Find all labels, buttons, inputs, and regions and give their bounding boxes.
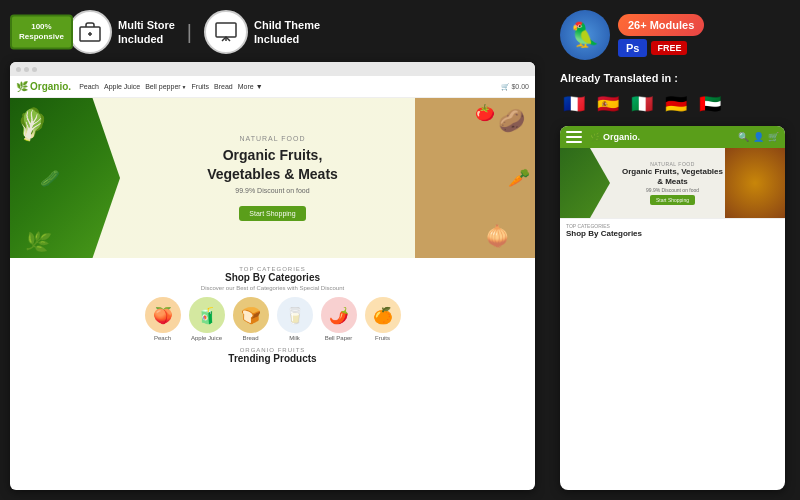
right-top-section: 🦜 26+ Modules Ps FREE [560,10,785,60]
browser-dot-3 [32,67,37,72]
nav-link-fruits: Fruits [192,83,210,90]
modules-section: 26+ Modules Ps FREE [618,14,704,57]
category-pepper-img: 🌶️ [321,297,357,333]
category-peach-img: 🍑 [145,297,181,333]
left-panel: 100% Responsive Multi Store Included [0,0,545,500]
responsive-badge: 100% Responsive [10,15,73,50]
badge-divider: | [187,21,192,44]
multi-store-label: Multi Store Included [118,18,175,47]
translated-section: Already Translated in : 🇫🇷 🇪🇸 🇮🇹 🇩🇪 🇦🇪 [560,72,785,118]
child-theme-icon [204,10,248,54]
desktop-preview: 🌿 Organio. Peach Apple Juice Bell pepper… [10,62,535,490]
hero-veg-left: 🥬 🌿 🥒 [10,98,120,258]
mobile-search-icon: 🔍 [738,132,749,142]
nav-link-more: More ▼ [238,83,263,90]
categories-sub: Discover our Best of Categories with Spe… [18,285,527,291]
flags-row: 🇫🇷 🇪🇸 🇮🇹 🇩🇪 🇦🇪 [560,90,785,118]
logo-leaf-icon: 🌿 [16,81,28,92]
nav-link-apple: Apple Juice [104,83,140,90]
badges-row: 100% Responsive Multi Store Included [10,10,535,54]
hero-veg-right: 🥔 🧅 🥕 🍅 [415,98,535,258]
trending-title: Trending Products [18,353,527,364]
flag-spain: 🇪🇸 [594,90,622,118]
free-badge: FREE [651,41,687,55]
nav-link-peach: Peach [79,83,99,90]
category-fruits-label: Fruits [375,335,390,341]
translated-title: Already Translated in : [560,72,785,84]
preview-hero: 🥬 🌿 🥒 🥔 🧅 🥕 🍅 NATURAL FOOD Organic Fruit… [10,98,535,258]
flag-germany: 🇩🇪 [662,90,690,118]
list-item: 🧃 Apple Juice [189,297,225,341]
list-item: 🍑 Peach [145,297,181,341]
flag-italy: 🇮🇹 [628,90,656,118]
category-bread-label: Bread [242,335,258,341]
mobile-cart-icon: 🛒 [768,132,779,142]
cart-icon: 🛒 $0.00 [501,83,529,91]
svg-rect-3 [216,23,236,37]
mobile-categories-section: TOP CATEGORIES Shop By Categories [560,218,785,242]
right-panel: 🦜 26+ Modules Ps FREE Already Translated… [545,0,800,500]
category-fruits-img: 🍊 [365,297,401,333]
hero-title: Organic Fruits,Vegetables & Meats [207,146,338,182]
main-container: 100% Responsive Multi Store Included [0,0,800,500]
list-item: 🍊 Fruits [365,297,401,341]
category-milk-label: Milk [289,335,300,341]
browser-dot-2 [24,67,29,72]
list-item: 🍞 Bread [233,297,269,341]
nav-link-bread: Bread [214,83,233,90]
list-item: 🥛 Milk [277,297,313,341]
category-peach-label: Peach [154,335,171,341]
child-theme-badge: Child Theme Included [204,10,320,54]
mobile-hero-btn[interactable]: Start Shopping [650,195,695,205]
flag-uae: 🇦🇪 [696,90,724,118]
multi-store-icon [68,10,112,54]
mobile-cat-title: Shop By Categories [566,229,779,238]
category-juice-img: 🧃 [189,297,225,333]
mobile-hamburger-icon [566,131,582,143]
modules-row: 26+ Modules [618,14,704,36]
mobile-preview: 🌿 Organio. 🔍 👤 🛒 NATURAL FOOD Organic Fr… [560,126,785,490]
flag-france: 🇫🇷 [560,90,588,118]
mobile-hero-title: Organic Fruits, Vegetables& Meats [622,167,723,188]
category-juice-label: Apple Juice [191,335,222,341]
modules-badge: 26+ Modules [618,14,704,36]
list-item: 🌶️ Bell Paper [321,297,357,341]
mobile-user-icon: 👤 [753,132,764,142]
mobile-logo: 🌿 Organio. [590,132,734,142]
hero-sub: 99.9% Discount on food [207,187,338,194]
category-bread-img: 🍞 [233,297,269,333]
category-pepper-label: Bell Paper [325,335,353,341]
hero-start-shopping-button[interactable]: Start Shopping [239,206,305,221]
child-theme-label: Child Theme Included [254,18,320,47]
multi-store-badge: Multi Store Included [68,10,175,54]
browser-bar [10,62,535,76]
mobile-hero-content: NATURAL FOOD Organic Fruits, Vegetables&… [560,148,785,218]
preview-nav-links: Peach Apple Juice Bell pepper ▼ Fruits B… [79,83,492,90]
mobile-nav: 🌿 Organio. 🔍 👤 🛒 [560,126,785,148]
mobile-hero-sub: 99.9% Discount on food [646,187,699,193]
preview-logo: 🌿 Organio. [16,81,71,92]
preview-nav: 🌿 Organio. Peach Apple Juice Bell pepper… [10,76,535,98]
categories-title: Shop By Categories [18,272,527,283]
ps-row: Ps FREE [618,39,704,57]
categories-section: TOP CATEGORIES Shop By Categories Discov… [10,258,535,372]
nav-link-bell: Bell pepper ▼ [145,83,186,90]
mobile-action-icons: 🔍 👤 🛒 [738,132,779,142]
ps-badge: Ps [618,39,647,57]
category-milk-img: 🥛 [277,297,313,333]
categories-grid: 🍑 Peach 🧃 Apple Juice 🍞 Bread 🥛 Milk [18,297,527,341]
parrot-icon: 🦜 [560,10,610,60]
hero-label: NATURAL FOOD [207,135,338,142]
mobile-hero: NATURAL FOOD Organic Fruits, Vegetables&… [560,148,785,218]
hero-content: NATURAL FOOD Organic Fruits,Vegetables &… [127,135,418,220]
browser-dot-1 [16,67,21,72]
